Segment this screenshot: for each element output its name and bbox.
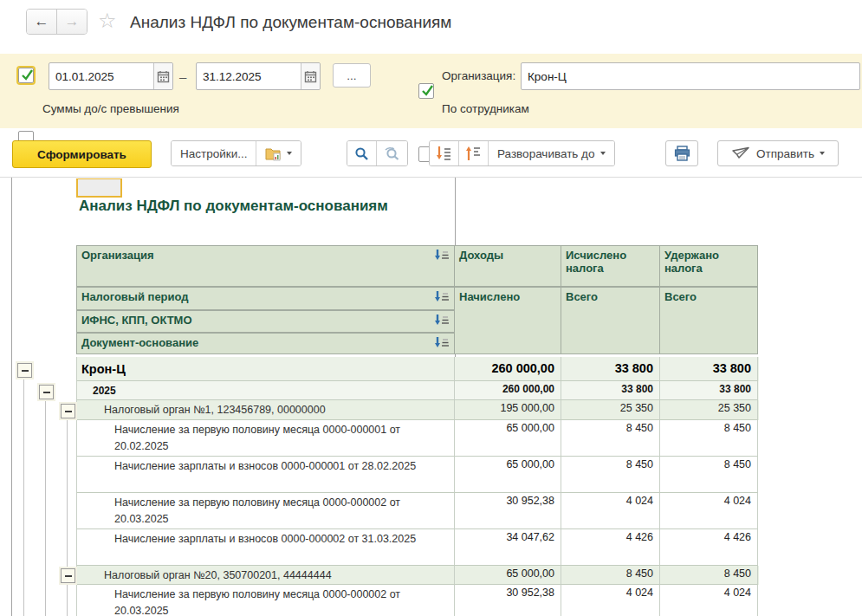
search-next-icon bbox=[384, 146, 400, 161]
withheld-value: 33 800 bbox=[660, 357, 758, 381]
sums-over-limit-label: Суммы до/с превышения bbox=[42, 102, 179, 115]
date-to-input[interactable] bbox=[197, 70, 301, 83]
sort-icon[interactable] bbox=[434, 314, 450, 328]
table-row-tax-office[interactable]: Налоговый орган №1, 123456789, 00000000 … bbox=[76, 400, 759, 420]
table-row-document[interactable]: Начисление за первую половину месяца 000… bbox=[76, 585, 759, 616]
date-from-calendar-button[interactable] bbox=[153, 63, 172, 89]
table-row-year[interactable]: 2025 260 000,00 33 800 33 800 bbox=[76, 381, 759, 400]
table-row-document[interactable]: Начисление за первую половину месяца 000… bbox=[76, 420, 759, 457]
header-cell-ifns[interactable]: ИФНС, КПП, ОКТМО bbox=[76, 310, 455, 333]
send-button[interactable]: Отправить bbox=[717, 140, 839, 166]
date-to-calendar-button[interactable] bbox=[301, 63, 320, 89]
header-label: Исчислено налога bbox=[566, 249, 655, 275]
income-value: 195 000,00 bbox=[455, 400, 561, 420]
toolbar-separator bbox=[0, 177, 862, 178]
row-label: Налоговый орган №1, 123456789, 00000000 bbox=[76, 400, 455, 420]
date-to-field bbox=[196, 62, 321, 90]
table-row-document[interactable]: Начисление зарплаты и взносов 0000-00000… bbox=[76, 457, 759, 493]
header-label: Доходы bbox=[459, 249, 503, 262]
period-more-button[interactable]: ... bbox=[333, 63, 371, 88]
header-cell-total-calc[interactable]: Всего bbox=[561, 287, 660, 354]
organization-checkbox[interactable] bbox=[418, 83, 434, 99]
header-cell-withheld[interactable]: Удержано налога bbox=[660, 245, 758, 287]
header-cell-income[interactable]: Доходы bbox=[455, 245, 561, 287]
application-window: ← → ☆ Анализ НДФЛ по документам-основани… bbox=[0, 0, 862, 616]
tree-connector-line bbox=[67, 417, 68, 571]
header-cell-total-withheld[interactable]: Всего bbox=[660, 287, 758, 354]
income-value: 30 952,38 bbox=[455, 493, 561, 529]
income-value: 260 000,00 bbox=[455, 381, 561, 400]
collapse-expander-level3[interactable] bbox=[61, 568, 75, 583]
send-label: Отправить bbox=[756, 147, 814, 160]
withheld-value: 25 350 bbox=[660, 400, 758, 420]
calculated-value: 8 450 bbox=[561, 566, 660, 585]
calculated-value: 33 800 bbox=[561, 357, 660, 381]
header-cell-organization[interactable]: Организация bbox=[76, 245, 455, 287]
table-row-tax-office[interactable]: Налоговый орган №20, 350700201, 44444444… bbox=[76, 566, 759, 585]
forward-button[interactable]: → bbox=[56, 10, 87, 34]
report-left-border bbox=[11, 178, 12, 616]
sort-icon[interactable] bbox=[434, 290, 450, 305]
row-label: 2025 bbox=[76, 381, 455, 400]
expand-all-button[interactable] bbox=[430, 141, 458, 165]
sort-icon[interactable] bbox=[434, 336, 450, 351]
organization-input[interactable] bbox=[522, 70, 859, 83]
tree-connector-line bbox=[45, 398, 46, 616]
search-button-group bbox=[347, 140, 408, 166]
favorite-star-icon[interactable]: ☆ bbox=[98, 10, 117, 31]
header-label: Организация bbox=[81, 249, 154, 262]
back-button[interactable]: ← bbox=[27, 10, 56, 34]
sort-icon[interactable] bbox=[434, 249, 450, 263]
collapse-all-button[interactable] bbox=[458, 141, 488, 165]
calculated-value: 4 426 bbox=[561, 529, 660, 566]
checkmark-icon bbox=[419, 83, 435, 99]
minus-icon bbox=[65, 411, 72, 412]
header-cell-document[interactable]: Документ-основание bbox=[76, 333, 455, 354]
print-icon bbox=[674, 146, 690, 161]
withheld-value: 8 450 bbox=[660, 457, 758, 493]
dropdown-caret bbox=[600, 152, 606, 155]
generate-button[interactable]: Сформировать bbox=[12, 140, 152, 168]
search-next-button[interactable] bbox=[376, 141, 407, 165]
collapse-expander-level1[interactable] bbox=[17, 363, 32, 378]
settings-button-group: Настройки... bbox=[171, 140, 301, 166]
settings-button[interactable]: Настройки... bbox=[172, 141, 256, 165]
expand-to-label: Разворачивать до bbox=[497, 147, 595, 160]
header-cell-accrued[interactable]: Начислено bbox=[455, 287, 561, 354]
date-from-field bbox=[49, 62, 173, 90]
collapse-expander-level3[interactable] bbox=[61, 404, 75, 418]
header-label: Всего bbox=[664, 290, 697, 303]
table-row-organization[interactable]: Крон-Ц 260 000,00 33 800 33 800 bbox=[76, 357, 759, 381]
row-label: Начисление за первую половину месяца 000… bbox=[76, 585, 455, 616]
period-checkbox[interactable] bbox=[18, 68, 34, 83]
header-label: Всего bbox=[566, 290, 598, 303]
minus-icon bbox=[22, 370, 29, 372]
send-icon bbox=[731, 146, 750, 161]
nav-button-group: ← → bbox=[26, 9, 87, 35]
calendar-icon bbox=[157, 70, 170, 83]
calculated-value: 8 450 bbox=[561, 457, 660, 493]
print-button[interactable] bbox=[665, 140, 698, 166]
selected-cell-cursor[interactable] bbox=[76, 178, 122, 198]
minus-icon bbox=[43, 392, 50, 393]
income-value: 30 952,38 bbox=[455, 585, 561, 616]
date-from-input[interactable] bbox=[49, 70, 153, 83]
table-row-document[interactable]: Начисление за первую половину месяца 000… bbox=[76, 493, 759, 529]
withheld-value: 4 024 bbox=[660, 493, 758, 529]
calculated-value: 4 024 bbox=[561, 585, 660, 616]
search-button[interactable] bbox=[347, 141, 376, 165]
expand-to-button[interactable]: Разворачивать до bbox=[488, 141, 614, 165]
forward-icon: → bbox=[65, 13, 80, 30]
table-row-document[interactable]: Начисление зарплаты и взносов 0000-00000… bbox=[76, 529, 759, 566]
header-cell-tax-period[interactable]: Налоговый период bbox=[76, 287, 455, 310]
report-variants-button[interactable] bbox=[256, 141, 301, 165]
collapse-expander-level2[interactable] bbox=[39, 385, 54, 399]
report-data-grid: Крон-Ц 260 000,00 33 800 33 800 2025 260… bbox=[76, 357, 759, 616]
header-label: Удержано налога bbox=[664, 249, 753, 275]
report-variants-icon bbox=[265, 146, 282, 161]
header-label: ИФНС, КПП, ОКТМО bbox=[81, 314, 192, 327]
withheld-value: 8 450 bbox=[660, 420, 758, 457]
header-cell-calculated[interactable]: Исчислено налога bbox=[561, 245, 660, 287]
expand-button-group: Разворачивать до bbox=[429, 140, 615, 166]
row-label: Начисление за первую половину месяца 000… bbox=[76, 493, 455, 529]
